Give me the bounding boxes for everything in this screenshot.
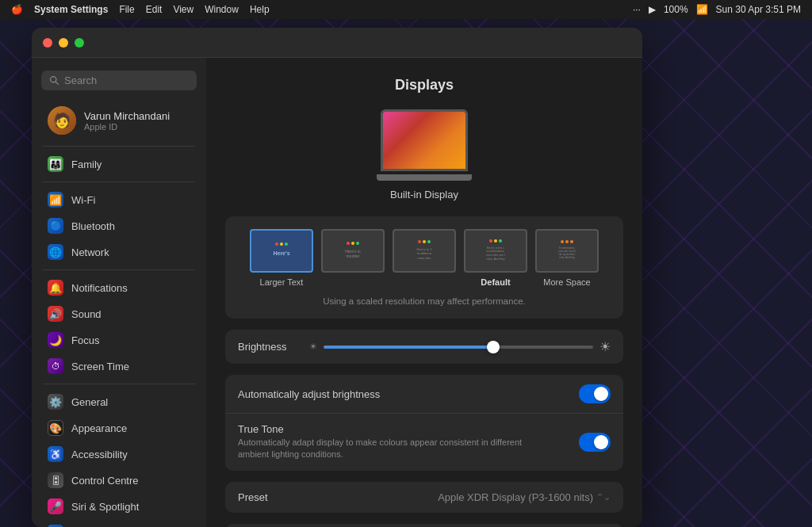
general-label: General	[71, 396, 108, 408]
menu-file[interactable]: File	[119, 4, 134, 15]
true-tone-label: True Tone	[238, 423, 539, 435]
resolution-option-larger[interactable]: Here's Larger Text	[250, 229, 313, 287]
screentime-label: Screen Time	[71, 361, 129, 372]
search-box[interactable]	[41, 71, 197, 90]
perf-warning: Using a scaled resolution may affect per…	[238, 296, 611, 306]
minimize-button[interactable]	[59, 38, 68, 48]
family-label: Family	[71, 158, 102, 170]
menu-view[interactable]: View	[173, 4, 193, 15]
true-tone-sublabel: Automatically adapt display to make colo…	[238, 437, 539, 461]
preset-row[interactable]: Preset Apple XDR Display (P3-1600 nits) …	[225, 482, 623, 513]
user-info: Varun Mirchandani Apple ID	[84, 110, 170, 132]
menu-window[interactable]: Window	[205, 4, 239, 15]
auto-brightness-toggle[interactable]	[579, 384, 611, 403]
menubar-dots: ···	[633, 4, 641, 15]
brightness-label: Brightness	[238, 341, 301, 353]
preset-value[interactable]: Apple XDR Display (P3-1600 nits) ⌃⌄	[438, 491, 611, 503]
resolution-section: Here's Larger Text Here's tctroub	[225, 216, 623, 319]
resolution-option-3[interactable]: Here's to 1troublemaones who	[393, 229, 456, 287]
display-name: Built-in Display	[390, 189, 458, 200]
resolution-option-default[interactable]: Here's to the ctroublemakers,ones who se…	[464, 229, 527, 287]
menubar-right: ··· ▶ 100% 📶 Sun 30 Apr 3:51 PM	[633, 4, 801, 15]
menubar-wifi: 📶	[696, 4, 708, 15]
divider-2	[43, 181, 195, 182]
res-preview-2: Here's tctroubler	[321, 229, 385, 273]
sidebar-item-bluetooth[interactable]: 🔵 Bluetooth	[36, 213, 201, 239]
sidebar-item-controlcentre[interactable]: 🎛 Control Centre	[36, 468, 201, 493]
sidebar-item-family[interactable]: 👨‍👩‍👧 Family	[36, 151, 201, 177]
menubar-play: ▶	[649, 4, 656, 15]
res-preview-larger: Here's	[250, 229, 313, 273]
sidebar-item-general[interactable]: ⚙️ General	[36, 389, 201, 414]
sidebar: 🧑 Varun Mirchandani Apple ID 👨‍👩‍👧 Famil…	[32, 58, 206, 527]
user-role: Apple ID	[84, 122, 170, 132]
general-icon: ⚙️	[48, 394, 63, 410]
sidebar-item-siri[interactable]: 🎤 Siri & Spotlight	[36, 494, 201, 519]
brightness-row: Brightness ☀ ☀	[225, 330, 623, 364]
user-name: Varun Mirchandani	[84, 110, 170, 122]
sidebar-item-wifi[interactable]: 📶 Wi-Fi	[36, 187, 201, 212]
content-area: 🧑 Varun Mirchandani Apple ID 👨‍👩‍👧 Famil…	[32, 58, 642, 527]
res-label-more-space: More Space	[543, 277, 590, 287]
wifi-icon: 📶	[48, 192, 63, 208]
auto-brightness-row: Automatically adjust brightness	[225, 375, 623, 414]
network-label: Network	[71, 246, 109, 258]
res-preview-more-space: Troublemakers.ones who see thcan quote t…	[535, 229, 599, 273]
refresh-row[interactable]: Refresh rate ProMotion ⌃⌄	[225, 524, 623, 527]
network-icon: 🌐	[48, 244, 63, 260]
resolution-options: Here's Larger Text Here's tctroub	[238, 229, 611, 287]
sun-large-icon: ☀	[599, 339, 611, 354]
accessibility-icon: ♿	[48, 446, 63, 462]
maximize-button[interactable]	[75, 38, 84, 48]
user-profile[interactable]: 🧑 Varun Mirchandani Apple ID	[36, 100, 201, 141]
brightness-track[interactable]	[324, 346, 593, 349]
menubar-battery: 100%	[664, 4, 688, 15]
sidebar-item-screentime[interactable]: ⏱ Screen Time	[36, 353, 201, 379]
refresh-section: Refresh rate ProMotion ⌃⌄	[225, 524, 623, 527]
close-button[interactable]	[43, 38, 52, 48]
svg-line-1	[56, 82, 58, 84]
focus-icon: 🌙	[48, 332, 63, 348]
res-label-default: Default	[481, 277, 510, 287]
search-icon	[49, 75, 59, 86]
sidebar-item-network[interactable]: 🌐 Network	[36, 239, 201, 265]
true-tone-toggle[interactable]	[579, 433, 611, 452]
menu-edit[interactable]: Edit	[146, 4, 163, 15]
divider-3	[43, 269, 195, 270]
resolution-option-2[interactable]: Here's tctroubler	[321, 229, 385, 287]
divider-4	[43, 384, 195, 384]
notifications-icon: 🔔	[48, 280, 63, 296]
main-panel: Displays Built-in Display	[206, 58, 642, 527]
sidebar-item-sound[interactable]: 🔊 Sound	[36, 301, 201, 327]
true-tone-row: True Tone Automatically adapt display to…	[225, 414, 623, 471]
res-preview-3: Here's to 1troublemaones who	[393, 229, 456, 273]
sidebar-item-focus[interactable]: 🌙 Focus	[36, 327, 201, 353]
controlcentre-icon: 🎛	[48, 472, 63, 488]
titlebar	[32, 28, 642, 58]
resolution-option-more-space[interactable]: Troublemakers.ones who see thcan quote t…	[535, 229, 599, 287]
appearance-label: Appearance	[71, 422, 127, 434]
preset-text: Apple XDR Display (P3-1600 nits)	[438, 491, 593, 503]
menubar-time: Sun 30 Apr 3:51 PM	[716, 4, 801, 15]
preset-section: Preset Apple XDR Display (P3-1600 nits) …	[225, 482, 623, 513]
sidebar-item-accessibility[interactable]: ♿ Accessibility	[36, 441, 201, 467]
laptop-base	[377, 174, 472, 181]
brightness-slider-container[interactable]: ☀ ☀	[309, 339, 611, 354]
sidebar-item-privacy[interactable]: 🔒 Privacy & Security	[36, 520, 201, 527]
search-input[interactable]	[64, 74, 189, 86]
brightness-settings-section: Automatically adjust brightness True Ton…	[225, 375, 623, 471]
brightness-thumb[interactable]	[487, 341, 500, 353]
res-preview-default: Here's to the ctroublemakers,ones who se…	[464, 229, 527, 273]
bluetooth-label: Bluetooth	[71, 220, 115, 232]
appearance-icon: 🎨	[48, 420, 63, 436]
sidebar-item-appearance[interactable]: 🎨 Appearance	[36, 415, 201, 441]
screentime-icon: ⏱	[48, 358, 63, 374]
avatar: 🧑	[48, 106, 76, 135]
apple-logo[interactable]: 🍎	[11, 4, 23, 15]
sidebar-item-notifications[interactable]: 🔔 Notifications	[36, 275, 201, 300]
menu-help[interactable]: Help	[250, 4, 270, 15]
siri-label: Siri & Spotlight	[71, 501, 139, 513]
controlcentre-label: Control Centre	[71, 475, 139, 487]
panel-title: Displays	[225, 77, 623, 94]
app-name: System Settings	[34, 4, 108, 15]
